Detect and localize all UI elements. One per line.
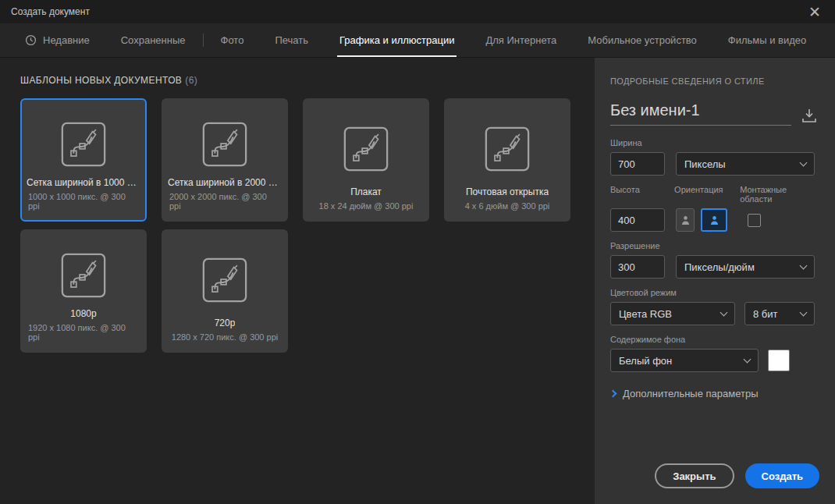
tab-bar: Недавние Сохраненные Фото Печать Графика…: [0, 23, 835, 58]
chevron-right-icon: [609, 390, 617, 398]
template-thumbnail-icon: [342, 111, 390, 186]
template-thumbnail-icon: [201, 111, 249, 177]
advanced-options-toggle[interactable]: Дополнительные параметры: [610, 388, 819, 399]
color-mode-label: Цветовой режим: [610, 288, 819, 297]
tab-label: Для Интернета: [485, 34, 556, 46]
preset-details-panel: ПОДРОБНЫЕ СВЕДЕНИЯ О СТИЛЕ Ширина Пиксел…: [595, 58, 835, 504]
tab-photo[interactable]: Фото: [205, 23, 260, 57]
template-thumbnail-icon: [59, 111, 108, 177]
background-value: Белый фон: [619, 355, 672, 367]
create-button[interactable]: Создать: [745, 463, 819, 488]
template-thumbnail-icon: [201, 242, 249, 318]
templates-panel: ШАБЛОНЫ НОВЫХ ДОКУМЕНТОВ(6) Сетка ширино…: [0, 58, 595, 504]
tab-mobile[interactable]: Мобильное устройство: [572, 23, 712, 57]
background-color-swatch[interactable]: [768, 350, 790, 371]
title-bar: Создать документ ✕: [0, 0, 835, 23]
tab-label: Фото: [221, 34, 244, 46]
template-title: Сетка шириной в 1000 пик...: [27, 177, 140, 188]
tab-recent[interactable]: Недавние: [9, 23, 105, 57]
template-title: Плакат: [350, 186, 382, 197]
template-title: 720p: [215, 318, 236, 328]
width-label: Ширина: [610, 138, 819, 147]
template-title: Сетка шириной в 2000 пик...: [168, 177, 282, 188]
tab-label: Графика и иллюстрации: [339, 34, 454, 46]
advanced-options-label: Дополнительные параметры: [623, 388, 759, 399]
save-preset-icon[interactable]: [799, 105, 819, 126]
template-subtitle: 18 x 24 дюйм @ 300 ppi: [319, 201, 414, 211]
close-icon[interactable]: ✕: [805, 5, 824, 20]
clock-icon: [25, 34, 37, 46]
tab-graphics-illustrations[interactable]: Графика и иллюстрации: [324, 23, 470, 57]
tab-film-video[interactable]: Фильмы и видео: [712, 23, 822, 57]
chevron-down-icon: [800, 261, 808, 269]
template-card[interactable]: Сетка шириной в 2000 пик... 2000 x 2000 …: [162, 98, 288, 222]
tab-print[interactable]: Печать: [259, 23, 324, 57]
tab-label: Недавние: [43, 34, 90, 46]
close-button[interactable]: Закрыть: [655, 463, 734, 488]
tab-divider: [203, 34, 204, 47]
template-card[interactable]: 720p 1280 x 720 пикс. @ 300 ppi: [162, 229, 288, 353]
width-input[interactable]: [610, 152, 665, 176]
template-subtitle: 1280 x 720 пикс. @ 300 ppi: [172, 332, 278, 342]
width-unit-dropdown[interactable]: Пикселы: [676, 152, 815, 176]
artboards-label: Монтажные области: [740, 185, 819, 204]
templates-header: ШАБЛОНЫ НОВЫХ ДОКУМЕНТОВ(6): [20, 75, 595, 86]
person-landscape-icon: [710, 215, 719, 225]
chevron-down-icon: [720, 308, 728, 316]
resolution-input[interactable]: [610, 255, 665, 279]
tab-label: Сохраненные: [121, 34, 186, 46]
tab-label: Фильмы и видео: [728, 34, 806, 46]
orientation-landscape-button[interactable]: [701, 208, 727, 232]
bit-depth-dropdown[interactable]: 8 бит: [744, 302, 815, 325]
panel-header: ПОДРОБНЫЕ СВЕДЕНИЯ О СТИЛЕ: [610, 76, 819, 86]
person-portrait-icon: [681, 215, 690, 225]
tab-saved[interactable]: Сохраненные: [105, 23, 201, 57]
tab-label: Печать: [275, 34, 308, 46]
tab-label: Мобильное устройство: [588, 34, 697, 46]
template-thumbnail-icon: [59, 242, 108, 308]
template-card[interactable]: Сетка шириной в 1000 пик... 1000 x 1000 …: [20, 98, 147, 222]
dialog-title: Создать документ: [11, 6, 90, 17]
background-contents-dropdown[interactable]: Белый фон: [610, 349, 759, 372]
color-mode-value: Цвета RGB: [619, 308, 672, 320]
resolution-unit-dropdown[interactable]: Пикселы/дюйм: [676, 255, 815, 279]
template-title: 1080p: [70, 308, 96, 319]
template-title: Почтовая открытка: [466, 186, 549, 197]
template-thumbnail-icon: [483, 111, 531, 186]
template-card[interactable]: 1080p 1920 x 1080 пикс. @ 300 ppi: [20, 229, 147, 353]
resolution-unit-value: Пикселы/дюйм: [684, 261, 755, 273]
color-mode-dropdown[interactable]: Цвета RGB: [610, 302, 735, 325]
height-input[interactable]: [610, 208, 665, 232]
bit-depth-value: 8 бит: [753, 308, 778, 320]
orientation-group: [676, 208, 743, 232]
tab-web[interactable]: Для Интернета: [470, 23, 572, 57]
template-card[interactable]: Почтовая открытка 4 x 6 дюйм @ 300 ppi: [444, 98, 570, 222]
width-unit-value: Пикселы: [684, 158, 726, 170]
chevron-down-icon: [800, 158, 808, 166]
resolution-label: Разрешение: [610, 241, 819, 250]
template-subtitle: 1920 x 1080 пикс. @ 300 ppi: [28, 323, 139, 342]
chevron-down-icon: [744, 355, 752, 363]
templates-grid: Сетка шириной в 1000 пик... 1000 x 1000 …: [20, 98, 595, 353]
template-subtitle: 1000 x 1000 пикс. @ 300 ppi: [28, 192, 139, 211]
chevron-down-icon: [800, 308, 808, 316]
orientation-portrait-button[interactable]: [676, 208, 695, 232]
template-subtitle: 4 x 6 дюйм @ 300 ppi: [465, 201, 550, 211]
templates-count: (6): [185, 75, 197, 86]
artboards-checkbox[interactable]: [748, 214, 761, 227]
orientation-label: Ориентация: [674, 185, 740, 204]
background-label: Содержимое фона: [610, 335, 819, 344]
new-document-dialog: Создать документ ✕ Недавние Сохраненные …: [0, 0, 835, 504]
document-name-input[interactable]: [610, 100, 791, 126]
template-subtitle: 2000 x 2000 пикс. @ 300 ppi: [169, 192, 280, 211]
template-card[interactable]: Плакат 18 x 24 дюйм @ 300 ppi: [303, 98, 429, 222]
height-label: Высота: [610, 185, 674, 204]
